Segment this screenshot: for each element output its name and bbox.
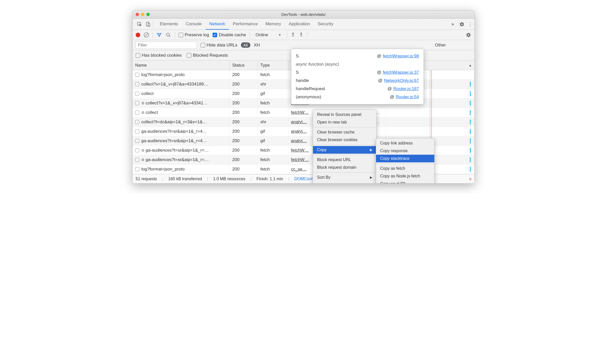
- row-checkbox[interactable]: [135, 139, 139, 143]
- request-type: xhr: [258, 117, 288, 127]
- service-worker-gear-icon: ⚙: [141, 101, 145, 105]
- stack-source-link[interactable]: Router.js:187: [393, 86, 419, 91]
- menu-clear-cookies[interactable]: Clear browser cookies: [313, 136, 376, 144]
- svg-line-4: [169, 35, 170, 37]
- menu-header-options[interactable]: Header Options ▶: [313, 181, 376, 184]
- header-status[interactable]: Status: [230, 60, 258, 70]
- request-status: 200: [230, 117, 258, 127]
- has-blocked-cookies-checkbox[interactable]: Has blocked cookies: [136, 53, 182, 58]
- header-name[interactable]: Name: [133, 60, 230, 70]
- row-checkbox[interactable]: [135, 120, 139, 124]
- request-status: 200: [230, 136, 258, 145]
- service-worker-gear-icon: ⚙: [141, 148, 145, 152]
- menu-separator: [313, 172, 376, 173]
- row-checkbox[interactable]: [135, 167, 139, 171]
- submenu-copy-node-fetch[interactable]: Copy as Node.js fetch: [376, 172, 434, 180]
- stack-function: handle: [296, 78, 309, 83]
- zoom-window-button[interactable]: [146, 13, 150, 16]
- submenu-copy-response[interactable]: Copy response: [376, 147, 434, 155]
- svg-rect-2: [148, 23, 150, 26]
- tab-security[interactable]: Security: [314, 19, 337, 30]
- close-window-button[interactable]: [136, 13, 139, 16]
- menu-separator: [376, 163, 434, 164]
- status-resources: 1.0 MB resources: [213, 177, 245, 181]
- header-type[interactable]: Type: [258, 60, 288, 70]
- record-button[interactable]: [136, 33, 140, 37]
- service-worker-gear-icon: ⚙: [141, 111, 145, 115]
- row-checkbox[interactable]: [135, 82, 139, 86]
- status-load-suffix: s: [469, 177, 471, 181]
- submenu-copy-stacktrace[interactable]: Copy stacktrace: [376, 155, 434, 162]
- menu-block-url[interactable]: Block request URL: [313, 156, 376, 164]
- request-type: gif: [258, 127, 288, 136]
- filter-input[interactable]: [136, 42, 197, 49]
- hide-data-urls-checkbox[interactable]: Hide data URLs: [201, 43, 237, 48]
- divider: [175, 32, 175, 38]
- filter-icon[interactable]: [156, 32, 162, 38]
- request-name: log?format=json_proto: [141, 72, 185, 77]
- row-checkbox[interactable]: [135, 92, 139, 96]
- blocked-requests-checkbox[interactable]: Blocked Requests: [187, 53, 228, 58]
- tab-console[interactable]: Console: [182, 19, 205, 30]
- request-status: 200: [230, 146, 258, 155]
- request-type: fetch: [258, 146, 288, 155]
- menu-open-new-tab[interactable]: Open in new tab: [313, 118, 376, 126]
- disable-cache-checkbox[interactable]: Disable cache: [213, 32, 246, 38]
- filter-type-xhr[interactable]: XH: [254, 43, 260, 48]
- request-name: ga-audiences?t=sr&aip=1&_r=4…: [141, 138, 207, 143]
- tab-network[interactable]: Network: [206, 19, 229, 30]
- request-row[interactable]: ga-audiences?t=sr&aip=1&_r=4… 200 gif an…: [133, 127, 474, 136]
- request-name: log?format=json_proto: [141, 167, 185, 172]
- settings-gear-icon[interactable]: [459, 21, 465, 27]
- row-checkbox[interactable]: [135, 101, 139, 105]
- submenu-arrow-icon: ▶: [370, 148, 372, 152]
- throttling-select[interactable]: Online ▼: [253, 32, 283, 38]
- menu-reveal-sources[interactable]: Reveal in Sources panel: [313, 111, 376, 118]
- clear-button[interactable]: [144, 32, 149, 38]
- submenu-copy-fetch[interactable]: Copy as fetch: [376, 165, 434, 172]
- request-name: collect?t=dc&aip=1&_r=3&v=1&…: [141, 119, 207, 125]
- stack-source-link[interactable]: fetchWrapper.js:98: [383, 54, 419, 58]
- more-tabs-icon[interactable]: »: [449, 21, 456, 27]
- row-checkbox[interactable]: [135, 73, 139, 77]
- inspect-element-icon[interactable]: [137, 21, 142, 27]
- request-name: collect: [146, 110, 158, 115]
- request-row[interactable]: collect?t=dc&aip=1&_r=3&v=1&… 200 xhr an…: [133, 117, 474, 127]
- traffic-lights: [136, 13, 150, 16]
- menu-block-domain[interactable]: Block request domain: [313, 164, 376, 171]
- submenu-copy-link[interactable]: Copy link address: [376, 139, 434, 147]
- row-checkbox[interactable]: [135, 111, 139, 115]
- tabs-bar: Elements Console Network Performance Mem…: [133, 19, 474, 30]
- blocked-requests-label: Blocked Requests: [193, 53, 228, 58]
- upload-har-icon[interactable]: [291, 32, 295, 38]
- stack-source-link[interactable]: fetchWrapper.js:37: [383, 70, 419, 75]
- request-type: gif: [258, 89, 288, 98]
- sort-arrow-icon: ▲: [469, 63, 472, 67]
- minimize-window-button[interactable]: [141, 13, 144, 16]
- tab-performance[interactable]: Performance: [229, 19, 261, 30]
- menu-copy[interactable]: Copy ▶: [313, 146, 376, 154]
- tab-memory[interactable]: Memory: [262, 19, 285, 30]
- row-checkbox[interactable]: [135, 129, 139, 134]
- request-row[interactable]: ⚙ collect 200 fetch fetchW… 7 B 9…: [133, 108, 474, 117]
- submenu-copy-curl[interactable]: Copy as cURL: [376, 180, 434, 184]
- tab-elements[interactable]: Elements: [156, 19, 182, 30]
- stack-source-link[interactable]: Router.js:54: [396, 94, 419, 99]
- divider: [287, 32, 287, 38]
- filter-all-pill[interactable]: All: [241, 42, 250, 48]
- download-har-icon[interactable]: [299, 32, 304, 38]
- menu-clear-cache[interactable]: Clear browser cache: [313, 128, 376, 136]
- network-settings-gear-icon[interactable]: [466, 32, 471, 38]
- row-checkbox[interactable]: [135, 148, 139, 152]
- search-icon[interactable]: [166, 32, 171, 38]
- kebab-menu-icon[interactable]: ⋮: [468, 21, 472, 27]
- request-type: fetch: [258, 108, 288, 117]
- tab-application[interactable]: Application: [285, 19, 313, 30]
- stack-source-link[interactable]: NetworkOnly.js:67: [384, 78, 419, 83]
- row-checkbox[interactable]: [135, 158, 139, 162]
- preserve-log-checkbox[interactable]: Preserve log: [179, 32, 209, 38]
- device-toggle-icon[interactable]: [145, 21, 151, 27]
- menu-sort-by[interactable]: Sort By ▶: [313, 174, 376, 181]
- filter-type-other[interactable]: Other: [435, 43, 446, 48]
- stack-function: handleRequest: [296, 86, 325, 91]
